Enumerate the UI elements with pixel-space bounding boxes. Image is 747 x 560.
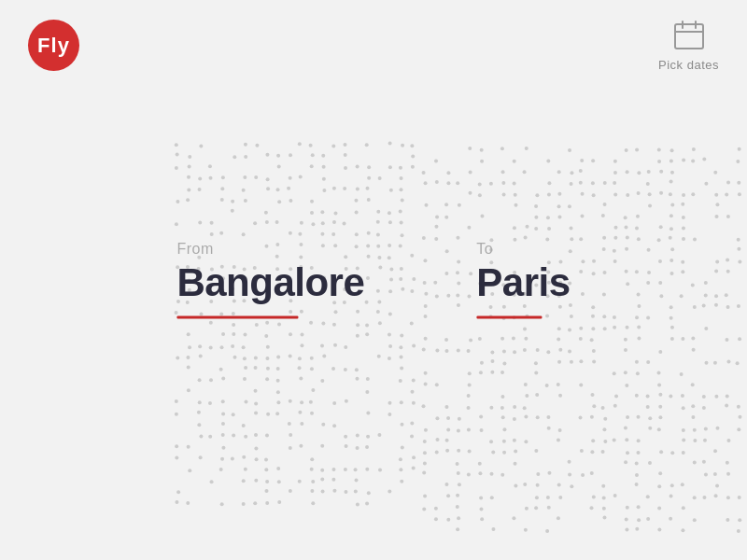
from-label: From	[176, 241, 364, 258]
to-underline	[476, 316, 542, 319]
pick-dates-button[interactable]: Pick dates	[658, 19, 719, 72]
logo-text: Fly	[37, 34, 70, 58]
logo-button[interactable]: Fly	[28, 20, 79, 71]
header: Fly Pick dates	[0, 0, 747, 91]
flight-info: From Bangalore To Paris	[176, 241, 570, 318]
calendar-label: Pick dates	[658, 58, 719, 72]
from-group: From Bangalore	[176, 241, 364, 318]
to-group: To Paris	[476, 241, 570, 318]
to-city[interactable]: Paris	[476, 261, 570, 304]
to-label: To	[476, 241, 570, 258]
from-underline	[176, 316, 298, 319]
from-city[interactable]: Bangalore	[176, 261, 364, 304]
svg-rect-0	[675, 24, 703, 49]
calendar-icon	[672, 19, 706, 52]
